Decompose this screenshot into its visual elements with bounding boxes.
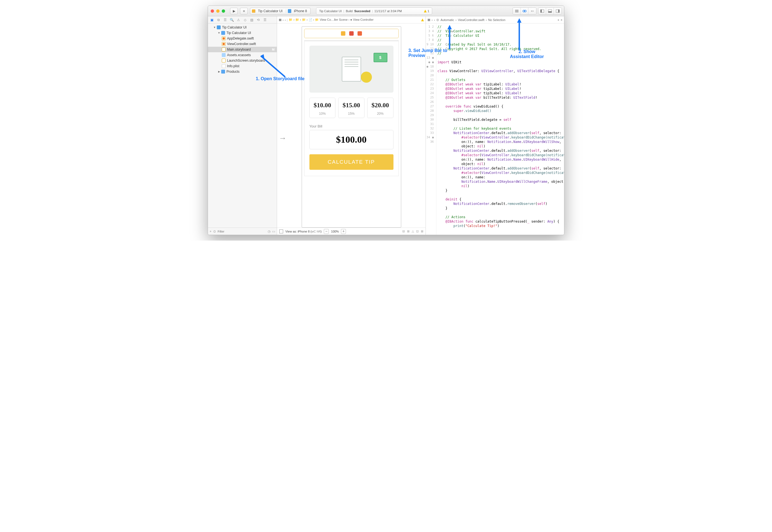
- navigator-filter-bar: + ⊙ ◷ ▭: [208, 228, 277, 235]
- assistant-editor-button[interactable]: [521, 8, 528, 14]
- tree-root[interactable]: ▼Tip Calculator UI: [208, 25, 277, 30]
- filter-icon: ⊙: [213, 230, 216, 233]
- panel-toggles-segmented: [538, 7, 562, 15]
- illustration-imageview: $: [309, 46, 393, 93]
- resolve-button[interactable]: △: [412, 230, 414, 233]
- zoom-level: 100%: [331, 230, 339, 233]
- view-controller-view: $ $10.00 10% $15.00 15% $20.00: [302, 26, 401, 228]
- jumpbar-mode[interactable]: Automatic: [440, 18, 454, 22]
- toggle-debug-button[interactable]: [546, 8, 554, 14]
- source-editor[interactable]: 1 2 3 4 5 6 7 8 9 10 11 12 13 ◉ ◉ ◉ ◉ 18…: [426, 24, 564, 235]
- navigator-tabs: ▣ ⧉ ☰ 🔍 ⚠ ◇ ▤ ⟲ ☰: [208, 16, 277, 24]
- tree-products[interactable]: ▶Products: [208, 69, 277, 74]
- jumpbar-file[interactable]: ViewController.swift: [458, 18, 484, 22]
- tree-group[interactable]: ▼Tip Calculator UI: [208, 30, 277, 36]
- source-control-navigator-tab[interactable]: ⧉: [216, 18, 221, 22]
- related-items-button[interactable]: ▦: [427, 18, 430, 22]
- tip3-card: $20.00 20%: [367, 98, 393, 118]
- toggle-navigator-button[interactable]: [538, 8, 546, 14]
- find-navigator-tab[interactable]: 🔍: [229, 18, 234, 22]
- version-editor-button[interactable]: [528, 8, 536, 14]
- tree-assets[interactable]: Assets.xcassets: [208, 52, 277, 58]
- window-controls: [211, 9, 225, 13]
- tree-launchscreen[interactable]: LaunchScreen.storyboard: [208, 58, 277, 63]
- jumpbar-sel[interactable]: No Selection: [488, 18, 505, 22]
- ib-canvas[interactable]: $ $10.00 10% $15.00 15% $20.00: [277, 24, 426, 228]
- forward-button[interactable]: ›: [285, 18, 286, 22]
- jumpbar-path[interactable]: 📁 › 📁 › 📁 › 📄 › 📁 View Co…ller Scene › ●…: [289, 18, 374, 22]
- tip2-card: $15.00 15%: [338, 98, 364, 118]
- debug-navigator-tab[interactable]: ▤: [249, 18, 254, 22]
- viewas-button[interactable]: View as: iPhone 8 (wC hR): [285, 230, 322, 233]
- filter-input[interactable]: [218, 230, 266, 233]
- tree-infoplist[interactable]: Info.plist: [208, 63, 277, 69]
- first-responder-icon[interactable]: [349, 31, 354, 36]
- zoom-out-button[interactable]: −: [324, 229, 329, 234]
- svg-rect-10: [558, 9, 559, 12]
- related-items-button[interactable]: ▦: [279, 18, 281, 22]
- svg-rect-1: [515, 11, 518, 11]
- bill-label: Your Bill: [309, 124, 393, 128]
- add-file-button[interactable]: +: [210, 230, 212, 233]
- close-window-button[interactable]: [211, 9, 214, 13]
- assistant-jumpbar: ▦ ‹ › ◎ Automatic › ViewController.swift…: [426, 16, 564, 24]
- pin-button[interactable]: ⊞: [407, 230, 410, 233]
- scm-filter-button[interactable]: ▭: [272, 230, 275, 233]
- back-button[interactable]: ‹: [283, 18, 284, 22]
- align-button[interactable]: ⊟: [402, 230, 405, 233]
- toggle-utilities-button[interactable]: [554, 8, 562, 14]
- viewcontroller-icon[interactable]: [341, 31, 345, 36]
- navigator-panel: ▣ ⧉ ☰ 🔍 ⚠ ◇ ▤ ⟲ ☰ ▼Tip Calculator UI ▼Ti…: [208, 16, 277, 235]
- svg-rect-2: [515, 12, 518, 12]
- tree-appdelegate[interactable]: AppDelegate.swift: [208, 36, 277, 41]
- forward-button[interactable]: ›: [434, 18, 435, 22]
- tip2-label: $15.00: [338, 102, 364, 109]
- calculate-tip-button[interactable]: CALCULATE TIP: [309, 154, 393, 170]
- ib-jumpbar: ▦ ‹ › | 📁 › 📁 › 📁 › 📄 › 📁 View Co…ller S…: [277, 16, 426, 24]
- selected-scene-bar: [304, 29, 399, 38]
- tree-viewcontroller[interactable]: ViewController.swift: [208, 41, 277, 47]
- warning-badge[interactable]: 1: [424, 9, 429, 13]
- toolbar: Tip Calculator UI iPhone 8 Tip Calculato…: [208, 6, 564, 16]
- symbol-navigator-tab[interactable]: ☰: [222, 18, 228, 22]
- back-button[interactable]: ‹: [432, 18, 433, 22]
- minimize-window-button[interactable]: [216, 9, 220, 13]
- ib-bottom-bar: View as: iPhone 8 (wC hR) − 100% + ⊟ ⊞ △…: [277, 228, 426, 235]
- svg-rect-6: [540, 9, 541, 12]
- svg-rect-8: [548, 11, 551, 12]
- assistant-editor: ▦ ‹ › ◎ Automatic › ViewController.swift…: [426, 16, 564, 235]
- tip1-label: $10.00: [310, 102, 335, 109]
- close-assistant-button[interactable]: ×: [561, 18, 562, 22]
- traits-button[interactable]: [279, 230, 283, 233]
- scheme-selector[interactable]: Tip Calculator UI iPhone 8: [250, 8, 311, 14]
- tip1-card: $10.00 10%: [309, 98, 336, 118]
- breakpoint-navigator-tab[interactable]: ⟲: [255, 18, 261, 22]
- exit-icon[interactable]: [358, 31, 362, 36]
- add-assistant-button[interactable]: +: [557, 18, 559, 22]
- stop-button[interactable]: [240, 8, 248, 14]
- tree-main-storyboard[interactable]: Main.storyboardM: [208, 47, 277, 52]
- standard-editor-button[interactable]: [513, 8, 521, 14]
- project-tree: ▼Tip Calculator UI ▼Tip Calculator UI Ap…: [208, 24, 277, 75]
- zoom-window-button[interactable]: [222, 9, 225, 13]
- recent-filter-button[interactable]: ◷: [268, 230, 270, 233]
- zoom-in-button[interactable]: +: [341, 229, 346, 234]
- run-button[interactable]: [230, 8, 238, 14]
- activity-view: Tip Calculator UI | Build Succeeded | 11…: [316, 7, 432, 15]
- stack-button[interactable]: ⊞: [421, 230, 423, 233]
- tip3-label: $20.00: [367, 102, 393, 109]
- embed-button[interactable]: ⊡: [416, 230, 419, 233]
- issue-navigator-tab[interactable]: ⚠: [236, 18, 241, 22]
- interface-builder: ▦ ‹ › | 📁 › 📁 › 📁 › 📄 › 📁 View Co…ller S…: [277, 16, 426, 235]
- svg-rect-0: [515, 10, 518, 10]
- report-navigator-tab[interactable]: ☰: [262, 18, 268, 22]
- editor-mode-segmented: [513, 7, 536, 15]
- bill-textfield[interactable]: $100.00: [309, 130, 393, 149]
- test-navigator-tab[interactable]: ◇: [242, 18, 248, 22]
- project-navigator-tab[interactable]: ▣: [209, 18, 215, 22]
